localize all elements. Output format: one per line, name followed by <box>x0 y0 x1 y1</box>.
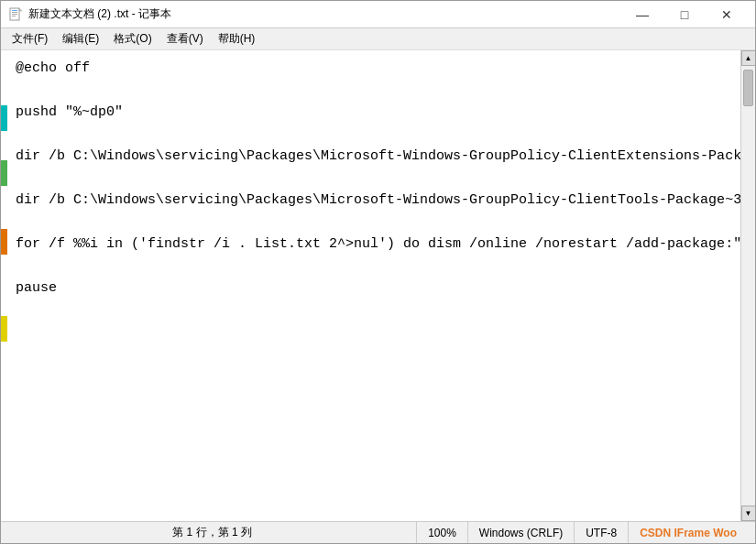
notepad-icon <box>8 7 23 22</box>
close-button[interactable]: ✕ <box>706 1 748 28</box>
scrollbar-thumb[interactable] <box>743 70 753 106</box>
status-line-ending: Windows (CRLF) <box>468 522 575 543</box>
title-bar: 新建文本文档 (2) .txt - 记事本 — □ ✕ <box>1 1 755 28</box>
status-zoom: 100% <box>417 522 468 543</box>
title-bar-controls: — □ ✕ <box>621 1 748 28</box>
menu-edit[interactable]: 编辑(E) <box>55 29 106 49</box>
status-brand: CSDN IFrame Woo <box>629 522 748 543</box>
scroll-down-button[interactable]: ▼ <box>741 506 756 521</box>
menu-format[interactable]: 格式(O) <box>106 29 159 49</box>
minimize-button[interactable]: — <box>621 1 663 28</box>
notepad-window: 新建文本文档 (2) .txt - 记事本 — □ ✕ 文件(F) 编辑(E) … <box>0 0 756 544</box>
status-encoding: UTF-8 <box>575 522 629 543</box>
menu-help[interactable]: 帮助(H) <box>211 29 263 49</box>
title-bar-left: 新建文本文档 (2) .txt - 记事本 <box>8 6 171 22</box>
scroll-up-button[interactable]: ▲ <box>741 50 756 66</box>
svg-rect-3 <box>12 14 17 15</box>
scrollbar-vertical[interactable]: ▲ ▼ <box>740 50 755 521</box>
maximize-button[interactable]: □ <box>663 1 706 28</box>
svg-rect-1 <box>12 10 17 11</box>
svg-rect-2 <box>12 12 17 13</box>
scrollbar-track[interactable] <box>741 66 755 506</box>
status-position: 第 1 行，第 1 列 <box>8 522 417 543</box>
editor-container: @echo off pushd "%~dp0" dir /b C:\Window… <box>1 50 755 521</box>
editor-text-area[interactable]: @echo off pushd "%~dp0" dir /b C:\Window… <box>1 50 740 521</box>
menu-bar: 文件(F) 编辑(E) 格式(O) 查看(V) 帮助(H) <box>1 28 755 50</box>
menu-file[interactable]: 文件(F) <box>5 29 55 49</box>
menu-view[interactable]: 查看(V) <box>159 29 211 49</box>
svg-rect-4 <box>12 16 16 16</box>
svg-marker-5 <box>19 8 22 11</box>
status-bar: 第 1 行，第 1 列 100% Windows (CRLF) UTF-8 CS… <box>1 521 755 543</box>
window-title: 新建文本文档 (2) .txt - 记事本 <box>28 6 171 22</box>
